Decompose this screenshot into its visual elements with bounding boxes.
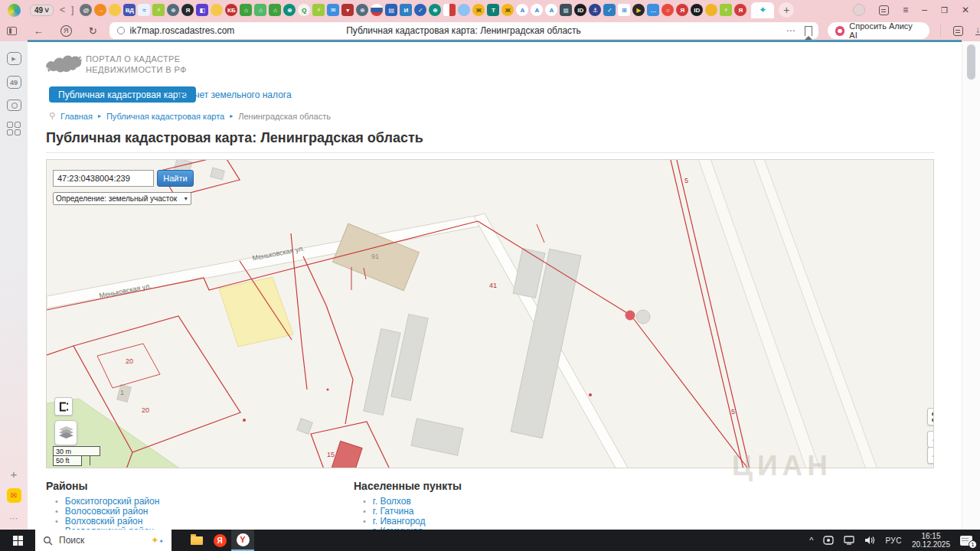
browser-tab[interactable]: ⌂ [269, 4, 281, 16]
browser-tab[interactable]: → [94, 4, 106, 16]
video-player-icon[interactable]: ▶ [7, 52, 21, 65]
ask-alice-button[interactable]: Спросить Алису AI [828, 22, 929, 39]
yandex-browser-button[interactable]: Y [231, 530, 254, 551]
network-icon[interactable] [844, 536, 854, 545]
district-link[interactable]: Волховский район [65, 516, 143, 527]
browser-tab[interactable]: КБ [225, 4, 237, 16]
url-more-icon[interactable]: ⋯ [786, 25, 795, 36]
browser-tab[interactable]: ⊕ [356, 4, 368, 16]
browser-tab[interactable]: Q [298, 4, 310, 16]
tab-public-cadastral-map[interactable]: Публичная кадастровая карта [49, 86, 196, 103]
browser-tab[interactable]: ⊕ [429, 4, 441, 16]
browser-tab[interactable]: А [516, 4, 528, 16]
page-scrollbar[interactable] [962, 41, 980, 530]
browser-tab[interactable]: Ж [501, 4, 514, 16]
fullscreen-button[interactable] [927, 408, 934, 425]
browser-tab[interactable]: ○ [662, 4, 674, 16]
browser-tab[interactable]: Т [487, 4, 499, 16]
browser-tab[interactable]: ⚡ [720, 4, 732, 16]
district-link[interactable]: Бокситогорский район [65, 496, 159, 507]
browser-tab[interactable]: ✓ [414, 4, 426, 16]
browser-tab[interactable]: @ [80, 4, 92, 16]
browser-tab[interactable] [371, 4, 383, 16]
browser-tab[interactable]: Я [181, 4, 194, 16]
district-link[interactable]: Волосовский район [65, 506, 149, 517]
language-indicator[interactable]: РУС [885, 536, 902, 545]
browser-tab[interactable]: Я [676, 4, 688, 16]
mail-icon[interactable]: ✉ [7, 488, 21, 503]
browser-tab[interactable] [458, 4, 470, 16]
overview-map-button[interactable] [54, 397, 73, 416]
browser-tab[interactable]: ВД [123, 4, 136, 16]
services-grid-icon[interactable] [7, 122, 21, 135]
bookmark-icon[interactable] [805, 26, 812, 36]
restore-button[interactable]: ❐ [941, 6, 948, 15]
tab-land-tax-calc[interactable]: Расчет земельного налога [179, 90, 292, 100]
close-button[interactable]: ✕ [962, 5, 969, 15]
browser-tab[interactable]: ◧ [196, 4, 208, 16]
browser-tab[interactable]: Я [734, 4, 746, 16]
browser-tab[interactable]: ⚡ [152, 4, 165, 16]
tray-expand-icon[interactable]: ^ [809, 536, 813, 545]
browser-tab[interactable] [211, 4, 223, 16]
back-button[interactable]: ← [34, 25, 44, 37]
tab-scroll-left-icon[interactable]: < [60, 5, 65, 15]
settlement-link[interactable]: г. Гатчина [373, 506, 414, 517]
browser-tab[interactable]: ▾ [341, 4, 354, 16]
zoom-out-button[interactable]: − [927, 447, 934, 464]
settlement-link[interactable]: г. Волхов [373, 496, 411, 507]
browser-tab[interactable]: ⚓ [589, 4, 601, 16]
active-tab[interactable]: ✦ [751, 2, 774, 18]
collections-icon[interactable] [953, 26, 963, 36]
browser-tab[interactable]: ⌂ [254, 4, 266, 16]
start-button[interactable] [0, 530, 35, 551]
file-explorer-button[interactable] [185, 530, 208, 551]
site-info-icon[interactable] [117, 27, 125, 34]
notification-center-icon[interactable]: 1 [960, 536, 972, 546]
browser-tab[interactable]: ⊞ [618, 4, 630, 16]
browser-tab[interactable]: ✉ [327, 4, 339, 16]
browser-tab[interactable]: ✓ [603, 4, 616, 16]
browser-tab[interactable]: А [545, 4, 557, 16]
browser-tab[interactable]: ID [691, 4, 703, 16]
find-button[interactable]: Найти [157, 170, 194, 187]
browser-tab[interactable] [443, 4, 456, 16]
browser-logo-icon[interactable] [8, 4, 21, 17]
layers-button[interactable] [54, 420, 77, 445]
meet-now-icon[interactable] [823, 536, 834, 545]
browser-tab[interactable]: ID [574, 4, 586, 16]
breadcrumb-map[interactable]: Публичная кадастровая карта [106, 112, 224, 121]
cadastral-number-input[interactable] [53, 170, 154, 187]
volume-icon[interactable] [864, 536, 875, 545]
browser-tab[interactable]: … [647, 4, 659, 16]
profile-avatar[interactable] [853, 4, 865, 16]
minimize-button[interactable]: – [922, 5, 927, 15]
browser-tab[interactable]: ▦ [560, 4, 572, 16]
browser-tab[interactable]: ⊕ [283, 4, 296, 16]
breadcrumb-home[interactable]: Главная [60, 112, 93, 121]
browser-tab[interactable]: А [531, 4, 543, 16]
downloads-icon[interactable]: ↓ [975, 26, 980, 35]
taskbar-search[interactable]: Поиск ✦✦ [35, 530, 172, 551]
browser-tab[interactable] [109, 4, 121, 16]
address-bar[interactable]: ik7map.roscadastres.com Публичная кадаст… [109, 22, 818, 39]
screenshot-icon[interactable] [7, 99, 21, 111]
rail-more-icon[interactable]: ⋯ [10, 514, 18, 523]
browser-tab[interactable]: ▤ [385, 4, 397, 16]
object-type-select[interactable]: Определение: земельный участок ▼ [53, 192, 191, 205]
browser-tab[interactable]: ⊕ [167, 4, 179, 16]
tab-counter[interactable]: 49 ˅ [30, 5, 54, 16]
settlement-link[interactable]: г. Ивангород [373, 516, 426, 527]
browser-tab[interactable] [705, 4, 717, 16]
browser-tab[interactable]: Ж [472, 4, 485, 16]
cadastral-map[interactable]: Меньковская ул. Меньковская ул. 91 41 5 … [46, 159, 934, 468]
zoom-in-button[interactable]: + [927, 431, 934, 448]
browser-tab[interactable]: ⚡ [312, 4, 325, 16]
browser-tab[interactable]: ≈ [138, 4, 150, 16]
new-tab-button[interactable]: + [779, 2, 794, 18]
rail-add-icon[interactable]: + [11, 468, 18, 481]
browser-tab[interactable]: ▶ [632, 4, 645, 16]
browser-tab[interactable]: И [400, 4, 412, 16]
panels-icon[interactable] [879, 5, 889, 15]
yandex-home-icon[interactable]: Я [60, 25, 72, 37]
